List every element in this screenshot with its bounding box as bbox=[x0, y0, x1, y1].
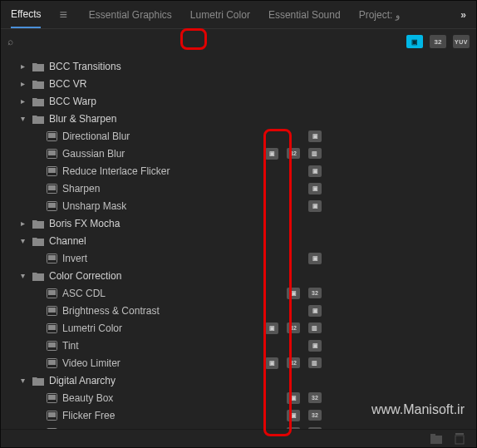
effect-row[interactable]: Gaussian Blur▣32▥ bbox=[1, 145, 476, 162]
folder-icon bbox=[31, 96, 46, 106]
row-badges: ▣ bbox=[308, 305, 476, 317]
row-label: BCC VR bbox=[49, 78, 86, 90]
disclosure-caret-icon[interactable]: ▾ bbox=[21, 114, 31, 123]
filter-32bit-icon[interactable]: 32 bbox=[430, 35, 446, 48]
search-bar: ⌕ ▣ 32 YUV bbox=[1, 29, 476, 54]
accelerated-badge-icon: ▣ bbox=[265, 357, 278, 369]
disclosure-caret-icon[interactable] bbox=[34, 411, 44, 420]
tab-essential-graphics[interactable]: Essential Graphics bbox=[89, 2, 172, 27]
filter-accelerated-icon[interactable]: ▣ bbox=[406, 35, 423, 48]
svg-rect-5 bbox=[48, 168, 55, 172]
search-input[interactable] bbox=[23, 33, 401, 50]
preset-icon bbox=[44, 201, 59, 211]
row-badges: ▣ bbox=[308, 130, 476, 142]
32bit-badge-icon: 32 bbox=[308, 410, 322, 421]
disclosure-caret-icon[interactable] bbox=[34, 201, 44, 210]
disclosure-caret-icon[interactable] bbox=[34, 323, 44, 332]
disclosure-caret-icon[interactable] bbox=[34, 166, 44, 175]
effect-row[interactable]: Lumetri Color▣32▥ bbox=[1, 319, 476, 337]
folder-icon bbox=[31, 62, 46, 71]
32bit-badge-icon: 32 bbox=[287, 322, 300, 333]
preset-icon bbox=[44, 254, 59, 263]
panel-tabs: Effects ≡ Essential Graphics Lumetri Col… bbox=[1, 1, 476, 29]
row-label: Invert bbox=[62, 253, 87, 264]
folder-row[interactable]: ▾Channel bbox=[1, 232, 476, 249]
yuv-badge-icon: ▥ bbox=[308, 322, 322, 333]
svg-rect-31 bbox=[430, 434, 435, 436]
effect-row[interactable]: Brightness & Contrast▣ bbox=[1, 302, 476, 319]
folder-row[interactable]: ▸BCC Warp bbox=[1, 92, 476, 110]
row-badges: ▣32 bbox=[287, 288, 476, 299]
disclosure-caret-icon[interactable] bbox=[34, 184, 44, 193]
preset-icon bbox=[44, 288, 59, 298]
tab-essential-sound[interactable]: Essential Sound bbox=[268, 2, 341, 27]
row-label: Unsharp Mask bbox=[62, 200, 126, 212]
effect-row[interactable]: Directional Blur▣ bbox=[1, 127, 476, 145]
tabs-overflow-icon[interactable]: » bbox=[460, 9, 466, 21]
folder-row[interactable]: ▸Boris FX Mocha bbox=[1, 214, 476, 232]
32bit-badge-icon: 32 bbox=[287, 148, 300, 159]
effect-row[interactable]: Beauty Box▣32 bbox=[1, 389, 476, 406]
disclosure-caret-icon[interactable]: ▸ bbox=[21, 219, 31, 228]
row-badges: ▣ bbox=[308, 200, 476, 212]
svg-rect-7 bbox=[48, 185, 55, 190]
disclosure-caret-icon[interactable]: ▸ bbox=[21, 79, 31, 88]
row-label: ASC CDL bbox=[62, 288, 106, 299]
row-label: Video Limiter bbox=[62, 357, 120, 369]
accelerated-badge-icon: ▣ bbox=[308, 305, 322, 317]
row-label: Boris FX Mocha bbox=[49, 218, 120, 229]
filter-yuv-icon[interactable]: YUV bbox=[453, 35, 470, 48]
accelerated-badge-icon: ▣ bbox=[308, 200, 322, 212]
effect-row[interactable]: Video Limiter▣32▥ bbox=[1, 354, 476, 372]
effect-row[interactable]: Unsharp Mask▣ bbox=[1, 197, 476, 214]
disclosure-caret-icon[interactable] bbox=[34, 341, 44, 350]
effect-row[interactable]: Flicker Free▣32 bbox=[1, 406, 476, 424]
disclosure-caret-icon[interactable]: ▾ bbox=[21, 271, 31, 280]
panel-menu-icon[interactable]: ≡ bbox=[59, 7, 66, 22]
row-badges: ▣32▥ bbox=[265, 322, 476, 334]
folder-row[interactable]: ▸BCC VR bbox=[1, 75, 476, 92]
row-label: BCC Transitions bbox=[49, 61, 121, 72]
disclosure-caret-icon[interactable] bbox=[34, 306, 44, 315]
accelerated-badge-icon: ▣ bbox=[287, 288, 300, 299]
svg-rect-32 bbox=[455, 436, 464, 444]
effect-row[interactable]: Reduce Interlace Flicker▣ bbox=[1, 162, 476, 180]
effect-row[interactable]: Sharpen▣ bbox=[1, 180, 476, 197]
row-badges: ▣ bbox=[308, 340, 476, 352]
disclosure-caret-icon[interactable] bbox=[34, 149, 44, 158]
accelerated-badge-icon: ▣ bbox=[308, 165, 322, 177]
preset-icon bbox=[44, 149, 59, 159]
folder-row[interactable]: ▾Blur & Sharpen bbox=[1, 110, 476, 127]
disclosure-caret-icon[interactable] bbox=[34, 254, 44, 263]
new-bin-icon[interactable] bbox=[430, 433, 443, 445]
tab-lumetri-color[interactable]: Lumetri Color bbox=[190, 2, 250, 27]
effect-row[interactable]: Invert▣ bbox=[1, 249, 476, 267]
row-label: Directional Blur bbox=[62, 130, 130, 142]
disclosure-caret-icon[interactable] bbox=[34, 393, 44, 402]
svg-rect-25 bbox=[48, 412, 55, 416]
preset-icon bbox=[44, 358, 59, 368]
disclosure-caret-icon[interactable] bbox=[34, 131, 44, 140]
row-label: Blur & Sharpen bbox=[49, 113, 116, 125]
delete-icon[interactable] bbox=[453, 433, 466, 445]
disclosure-caret-icon[interactable]: ▸ bbox=[21, 96, 31, 106]
folder-row[interactable]: ▾Color Correction bbox=[1, 267, 476, 284]
folder-row[interactable]: ▾Digital Anarchy bbox=[1, 372, 476, 389]
folder-row[interactable]: ▸BCC Transitions bbox=[1, 57, 476, 75]
tab-effects[interactable]: Effects bbox=[11, 2, 41, 28]
preset-icon bbox=[44, 184, 59, 194]
effect-row[interactable]: Tint▣ bbox=[1, 337, 476, 354]
disclosure-caret-icon[interactable]: ▸ bbox=[21, 62, 31, 71]
folder-icon bbox=[31, 219, 46, 229]
folder-icon bbox=[31, 236, 46, 246]
disclosure-caret-icon[interactable]: ▾ bbox=[21, 376, 31, 385]
svg-rect-15 bbox=[48, 308, 55, 312]
yuv-badge-icon: ▥ bbox=[308, 357, 322, 368]
folder-icon bbox=[31, 376, 46, 386]
disclosure-caret-icon[interactable] bbox=[34, 288, 44, 298]
tab-project[interactable]: Project: و bbox=[359, 2, 400, 27]
effect-row[interactable]: ASC CDL▣32 bbox=[1, 284, 476, 302]
row-label: Sharpen bbox=[62, 183, 100, 194]
disclosure-caret-icon[interactable] bbox=[34, 358, 44, 367]
disclosure-caret-icon[interactable]: ▾ bbox=[21, 236, 31, 245]
